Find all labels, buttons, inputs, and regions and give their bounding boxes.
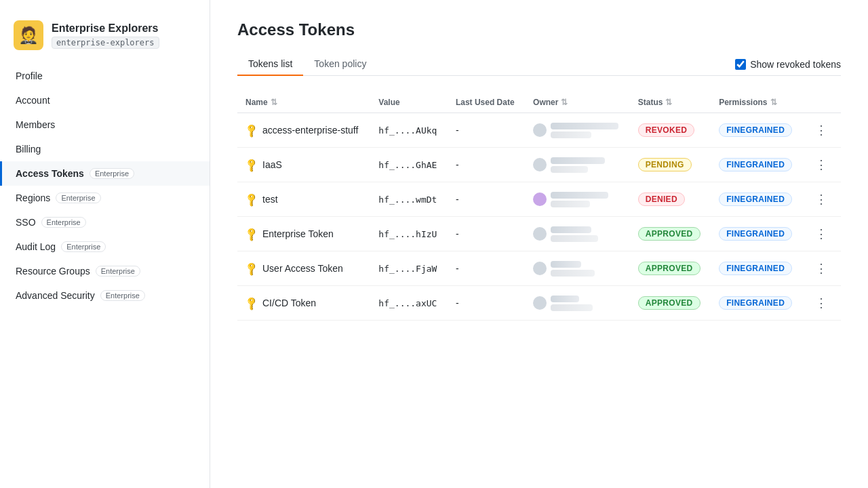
more-options-button[interactable]: ⋮ bbox=[811, 294, 831, 312]
status-cell: APPROVED bbox=[630, 286, 711, 321]
sidebar-item-label: Access Tokens bbox=[16, 168, 84, 179]
sort-icon-permissions: ⇅ bbox=[770, 98, 777, 107]
sidebar-item-label: Members bbox=[16, 119, 55, 130]
sidebar-item-advanced-security[interactable]: Advanced SecurityEnterprise bbox=[0, 283, 210, 308]
owner-sub-bar bbox=[551, 131, 591, 138]
more-options-button[interactable]: ⋮ bbox=[811, 156, 831, 174]
owner-avatar bbox=[533, 158, 547, 171]
more-options-button[interactable]: ⋮ bbox=[811, 225, 831, 243]
owner-sub-bar bbox=[551, 201, 590, 207]
owner-cell bbox=[525, 113, 630, 148]
status-badge: DENIED bbox=[638, 192, 685, 206]
token-value: hf_....wmDt bbox=[378, 195, 437, 205]
sort-icon-owner: ⇅ bbox=[561, 98, 568, 107]
permissions-cell: FINEGRAINED bbox=[711, 251, 803, 286]
permissions-cell: FINEGRAINED bbox=[711, 286, 803, 321]
token-name: CI/CD Token bbox=[262, 298, 316, 308]
status-badge: APPROVED bbox=[638, 262, 701, 275]
permissions-badge: FINEGRAINED bbox=[719, 158, 792, 171]
sidebar-item-account[interactable]: Account bbox=[0, 88, 210, 113]
sidebar-item-label: Billing bbox=[16, 144, 41, 155]
owner-avatar bbox=[533, 262, 547, 275]
tabs-right: Show revoked tokens bbox=[735, 59, 841, 70]
actions-cell: ⋮ bbox=[803, 251, 841, 286]
col-header-owner[interactable]: Owner⇅ bbox=[525, 92, 630, 113]
sidebar-item-label: Resource Groups bbox=[16, 266, 90, 277]
status-cell: PENDING bbox=[630, 148, 711, 182]
org-avatar: 🤵 bbox=[14, 20, 43, 50]
last-used-cell: - bbox=[448, 286, 525, 321]
table-row: 🔑 User Access Token hf_....FjaW- APPROVE… bbox=[237, 251, 841, 286]
col-header-name[interactable]: Name⇅ bbox=[237, 92, 370, 113]
tokens-table: Name⇅ValueLast Used DateOwner⇅Status⇅Per… bbox=[237, 92, 841, 321]
more-options-button[interactable]: ⋮ bbox=[811, 121, 831, 139]
permissions-badge: FINEGRAINED bbox=[719, 296, 792, 310]
token-value-cell: hf_....FjaW bbox=[370, 251, 448, 286]
status-badge: APPROVED bbox=[638, 227, 701, 241]
actions-cell: ⋮ bbox=[803, 286, 841, 321]
key-icon: 🔑 bbox=[243, 226, 259, 241]
owner-cell bbox=[525, 182, 630, 217]
token-name-cell: 🔑 test bbox=[237, 182, 370, 217]
token-value: hf_....GhAE bbox=[378, 160, 437, 170]
sidebar-item-label: Regions bbox=[16, 192, 50, 203]
show-revoked-label[interactable]: Show revoked tokens bbox=[735, 59, 841, 70]
token-value-cell: hf_....wmDt bbox=[370, 182, 448, 217]
token-name-cell: 🔑 access-enterprise-stuff bbox=[237, 113, 370, 148]
col-header-last-used-date: Last Used Date bbox=[448, 92, 525, 113]
permissions-cell: FINEGRAINED bbox=[711, 182, 803, 217]
owner-name-bar bbox=[551, 123, 618, 129]
owner-info bbox=[551, 226, 598, 242]
more-options-button[interactable]: ⋮ bbox=[811, 260, 831, 277]
owner-name-bar bbox=[551, 226, 591, 233]
owner-name-bar bbox=[551, 296, 579, 302]
sidebar-item-label: SSO bbox=[16, 217, 36, 228]
last-used-cell: - bbox=[448, 251, 525, 286]
org-info: Enterprise Explorers enterprise-explorer… bbox=[52, 22, 159, 49]
main-content: Access Tokens Tokens listToken policy Sh… bbox=[210, 0, 868, 488]
show-revoked-checkbox[interactable] bbox=[735, 59, 746, 70]
permissions-badge: FINEGRAINED bbox=[719, 192, 792, 206]
sidebar-item-regions[interactable]: RegionsEnterprise bbox=[0, 186, 210, 210]
sidebar-item-sso[interactable]: SSOEnterprise bbox=[0, 210, 210, 235]
tabs-bar: Tokens listToken policy Show revoked tok… bbox=[237, 53, 841, 76]
sidebar-item-profile[interactable]: Profile bbox=[0, 64, 210, 88]
col-header-permissions[interactable]: Permissions⇅ bbox=[711, 92, 803, 113]
tabs-container: Tokens listToken policy bbox=[237, 53, 377, 75]
tab-tokens-list[interactable]: Tokens list bbox=[237, 53, 303, 76]
owner-cell bbox=[525, 286, 630, 321]
key-icon: 🔑 bbox=[243, 157, 259, 172]
owner-avatar bbox=[533, 296, 547, 310]
permissions-cell: FINEGRAINED bbox=[711, 113, 803, 148]
sidebar-item-members[interactable]: Members bbox=[0, 113, 210, 137]
sidebar-item-badge: Enterprise bbox=[41, 217, 86, 228]
sidebar-item-resource-groups[interactable]: Resource GroupsEnterprise bbox=[0, 259, 210, 283]
more-options-button[interactable]: ⋮ bbox=[811, 190, 831, 208]
sidebar-item-billing[interactable]: Billing bbox=[0, 137, 210, 161]
status-cell: REVOKED bbox=[630, 113, 711, 148]
token-name: IaaS bbox=[262, 159, 282, 170]
token-name-cell: 🔑 CI/CD Token bbox=[237, 286, 370, 321]
table-row: 🔑 CI/CD Token hf_....axUC- APPROVEDFINEG… bbox=[237, 286, 841, 321]
sidebar-item-badge: Enterprise bbox=[61, 241, 106, 252]
token-value-cell: hf_....hIzU bbox=[370, 217, 448, 251]
key-icon: 🔑 bbox=[243, 260, 259, 276]
token-name: User Access Token bbox=[262, 263, 343, 274]
last-used-cell: - bbox=[448, 182, 525, 217]
tab-token-policy[interactable]: Token policy bbox=[303, 53, 377, 76]
token-name-cell: 🔑 IaaS bbox=[237, 148, 370, 182]
owner-info bbox=[551, 261, 595, 277]
status-badge: REVOKED bbox=[638, 123, 694, 137]
col-header-status[interactable]: Status⇅ bbox=[630, 92, 711, 113]
sidebar-item-audit-log[interactable]: Audit LogEnterprise bbox=[0, 235, 210, 259]
org-header: 🤵 Enterprise Explorers enterprise-explor… bbox=[0, 14, 210, 64]
col-header-actions bbox=[803, 92, 841, 113]
last-used-cell: - bbox=[448, 148, 525, 182]
sidebar-item-access-tokens[interactable]: Access TokensEnterprise bbox=[0, 161, 210, 186]
actions-cell: ⋮ bbox=[803, 113, 841, 148]
token-value: hf_....AUkq bbox=[378, 125, 437, 136]
owner-cell bbox=[525, 217, 630, 251]
sort-icon-status: ⇅ bbox=[665, 98, 672, 107]
sidebar-item-badge: Enterprise bbox=[90, 168, 134, 179]
sidebar-item-label: Profile bbox=[16, 70, 43, 81]
